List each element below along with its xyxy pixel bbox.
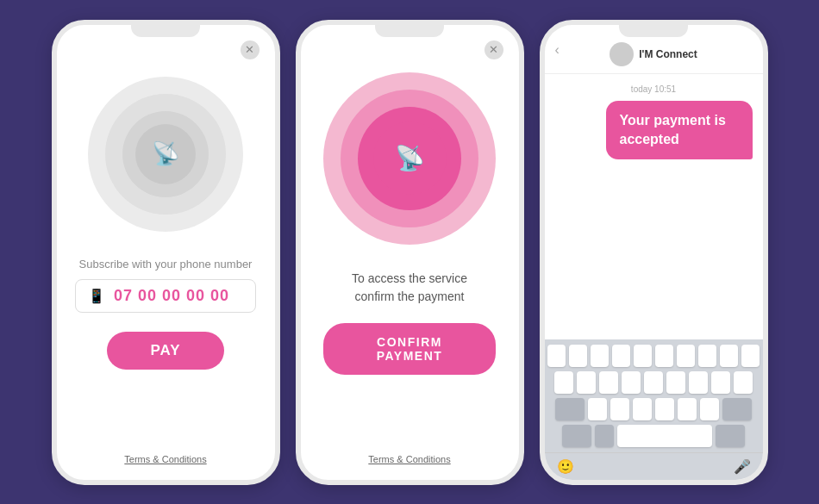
- space-key[interactable]: [617, 425, 712, 447]
- key[interactable]: [678, 398, 697, 420]
- key[interactable]: [577, 371, 596, 394]
- key[interactable]: [588, 398, 607, 420]
- key[interactable]: [644, 371, 663, 394]
- phone-1-content: 📡 Subscribe with your phone number 📱 07 …: [57, 25, 275, 480]
- key[interactable]: [633, 398, 652, 420]
- key[interactable]: [741, 345, 760, 367]
- phone-3-notch: [619, 25, 688, 37]
- keyboard-toolbar: 🙂 🎤: [545, 452, 763, 480]
- key[interactable]: [700, 398, 719, 420]
- key[interactable]: [655, 345, 673, 367]
- key[interactable]: [666, 371, 685, 394]
- ring-core-pink: 📡: [373, 121, 447, 195]
- key[interactable]: [610, 398, 629, 420]
- key[interactable]: [599, 371, 618, 394]
- close-button-1[interactable]: ✕: [241, 40, 259, 59]
- emoji-key[interactable]: [595, 425, 614, 447]
- key[interactable]: [612, 345, 630, 367]
- access-text: To access the service confirm the paymen…: [352, 270, 467, 306]
- keyboard-row-1: [548, 345, 760, 367]
- chat-body: today 10:51 Your payment is accepted: [545, 74, 763, 339]
- key[interactable]: [698, 345, 716, 367]
- signal-tower-icon-1: 📡: [152, 140, 179, 167]
- terms-link-2[interactable]: Terms & Conditions: [368, 454, 450, 464]
- key[interactable]: [569, 345, 587, 367]
- key[interactable]: [554, 371, 573, 394]
- phone-2-content: 📡 To access the service confirm the paym…: [301, 25, 519, 480]
- phone-3: ‹ I'M Connect today 10:51 Your payment i…: [540, 20, 768, 485]
- phone-1: ✕ 📡 Subscribe with your phone number 📱 0…: [52, 20, 280, 485]
- return-key[interactable]: [716, 425, 745, 447]
- close-button-2[interactable]: ✕: [485, 40, 503, 59]
- ring-core-1: 📡: [135, 124, 196, 184]
- numbers-key[interactable]: [562, 425, 591, 447]
- phone-2-notch: [375, 25, 444, 37]
- phone-1-notch: [131, 25, 200, 37]
- phone-2: ✕ 📡 To access the service confirm the pa…: [296, 20, 524, 485]
- subscribe-text: Subscribe with your phone number: [79, 258, 253, 271]
- delete-key[interactable]: [722, 398, 752, 420]
- signal-tower-icon-2: 📡: [395, 144, 425, 172]
- key[interactable]: [720, 345, 738, 367]
- terms-link-1[interactable]: Terms & Conditions: [124, 454, 206, 464]
- key[interactable]: [547, 345, 566, 367]
- chat-timestamp: today 10:51: [555, 84, 753, 94]
- key[interactable]: [689, 371, 708, 394]
- key[interactable]: [655, 398, 674, 420]
- key[interactable]: [677, 345, 695, 367]
- phone-input-row[interactable]: 📱 07 00 00 00 00: [75, 279, 256, 313]
- key[interactable]: [634, 345, 652, 367]
- keyboard-row-3: [548, 398, 760, 420]
- shift-key[interactable]: [555, 398, 585, 420]
- phone-number-value: 07 00 00 00 00: [114, 287, 229, 305]
- keyboard-row-4: [548, 425, 760, 447]
- keyboard-row-2: [548, 371, 760, 394]
- chat-avatar: [610, 42, 634, 66]
- key[interactable]: [711, 371, 730, 394]
- phone-icon: 📱: [88, 288, 105, 304]
- pay-button[interactable]: PAY: [107, 332, 223, 370]
- signal-ring-1: 📡: [88, 77, 243, 232]
- confirm-payment-button[interactable]: CONFIRM PAYMENT: [323, 323, 496, 375]
- signal-ring-2: 📡: [319, 68, 500, 249]
- emoji-toolbar-icon[interactable]: 🙂: [557, 458, 574, 475]
- keyboard-area: [545, 339, 763, 452]
- mic-toolbar-icon[interactable]: 🎤: [734, 458, 751, 475]
- key[interactable]: [591, 345, 609, 367]
- chat-title: I'M Connect: [639, 48, 697, 60]
- back-button[interactable]: ‹: [555, 42, 560, 58]
- key[interactable]: [734, 371, 753, 394]
- key[interactable]: [622, 371, 641, 394]
- payment-message-bubble: Your payment is accepted: [606, 101, 753, 160]
